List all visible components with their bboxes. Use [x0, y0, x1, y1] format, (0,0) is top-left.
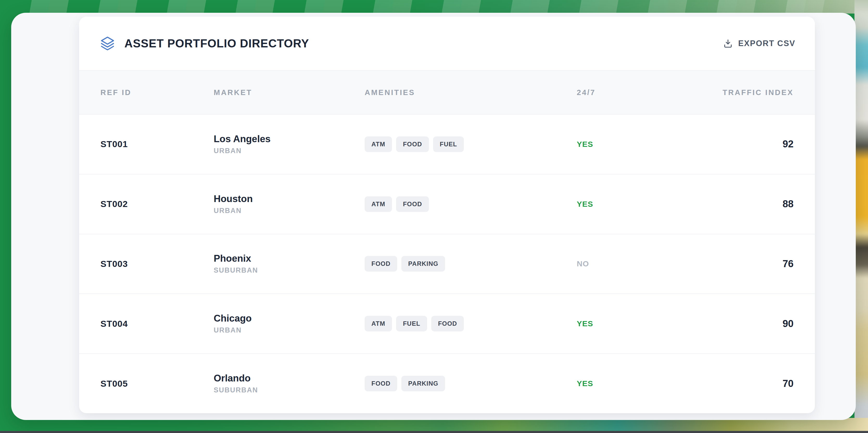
status-24-7: YES [577, 319, 704, 328]
market-cell: Houston URBAN [214, 193, 365, 215]
market-cell: Orlando SUBURBAN [214, 373, 365, 394]
ref-id-cell: ST002 [100, 199, 214, 209]
amenity-chip: FOOD [365, 376, 397, 391]
amenity-chip: ATM [365, 316, 392, 332]
backdrop-photo-right [855, 0, 868, 433]
market-cell: Phoenix SUBURBAN [214, 253, 365, 274]
status-24-7: NO [577, 259, 704, 268]
traffic-index-cell: 88 [704, 198, 794, 210]
table-body: ST001 Los Angeles URBAN ATM FOOD FUEL YE… [79, 115, 815, 413]
market-name: Chicago [214, 313, 365, 324]
table-row[interactable]: ST005 Orlando SUBURBAN FOOD PARKING YES … [79, 353, 815, 413]
traffic-index-cell: 92 [704, 138, 794, 150]
market-name: Orlando [214, 373, 365, 384]
traffic-index-cell: 76 [704, 258, 794, 270]
amenity-chip: PARKING [401, 256, 445, 272]
market-type: URBAN [214, 207, 365, 215]
table-row[interactable]: ST004 Chicago URBAN ATM FUEL FOOD YES 90 [79, 293, 815, 353]
ref-id-cell: ST003 [100, 259, 214, 269]
market-name: Houston [214, 193, 365, 205]
market-type: SUBURBAN [214, 386, 365, 394]
title-group: ASSET PORTFOLIO DIRECTORY [100, 36, 309, 51]
market-name: Los Angeles [214, 133, 365, 145]
market-type: SUBURBAN [214, 266, 365, 274]
column-header-ref-id: REF ID [100, 88, 214, 97]
status-24-7: YES [577, 200, 704, 209]
screen: ASSET PORTFOLIO DIRECTORY EXPORT CSV REF… [0, 0, 868, 433]
export-csv-label: EXPORT CSV [738, 39, 795, 48]
traffic-index-cell: 70 [704, 378, 794, 389]
column-header-traffic-index: TRAFFIC INDEX [704, 88, 794, 97]
amenity-chip: FUEL [396, 316, 427, 332]
table-row[interactable]: ST002 Houston URBAN ATM FOOD YES 88 [79, 174, 815, 234]
table-row[interactable]: ST003 Phoenix SUBURBAN FOOD PARKING NO 7… [79, 234, 815, 294]
column-header-24-7: 24/7 [577, 88, 704, 97]
ref-id-cell: ST005 [100, 379, 214, 389]
amenity-chip: ATM [365, 136, 392, 152]
amenity-chip: FOOD [396, 136, 429, 152]
market-cell: Los Angeles URBAN [214, 133, 365, 155]
market-cell: Chicago URBAN [214, 313, 365, 334]
card-header: ASSET PORTFOLIO DIRECTORY EXPORT CSV [79, 17, 815, 70]
market-name: Phoenix [214, 253, 365, 264]
layers-icon [100, 36, 115, 51]
amenities-cell: FOOD PARKING [365, 256, 577, 272]
traffic-index-cell: 90 [704, 318, 794, 329]
table-row[interactable]: ST001 Los Angeles URBAN ATM FOOD FUEL YE… [79, 115, 815, 174]
amenity-chip: ATM [365, 196, 392, 212]
amenity-chip: FUEL [433, 136, 464, 152]
amenity-chip: FOOD [365, 256, 397, 272]
amenity-chip: PARKING [401, 376, 445, 391]
export-csv-button[interactable]: EXPORT CSV [723, 38, 795, 49]
amenities-cell: ATM FUEL FOOD [365, 316, 577, 332]
amenity-chip: FOOD [431, 316, 464, 332]
market-type: URBAN [214, 147, 365, 155]
download-icon [723, 38, 733, 49]
page-title: ASSET PORTFOLIO DIRECTORY [124, 37, 309, 50]
backdrop-shelf-edge [0, 431, 868, 433]
ref-id-cell: ST004 [100, 319, 214, 329]
amenities-cell: ATM FOOD [365, 196, 577, 212]
ref-id-cell: ST001 [100, 139, 214, 149]
market-type: URBAN [214, 326, 365, 334]
amenity-chip: FOOD [396, 196, 429, 212]
column-header-market: MARKET [214, 88, 365, 97]
column-header-amenities: AMENITIES [365, 88, 577, 97]
asset-portfolio-card: ASSET PORTFOLIO DIRECTORY EXPORT CSV REF… [79, 17, 815, 413]
amenities-cell: FOOD PARKING [365, 376, 577, 391]
table-header-row: REF ID MARKET AMENITIES 24/7 TRAFFIC IND… [79, 70, 815, 115]
amenities-cell: ATM FOOD FUEL [365, 136, 577, 152]
status-24-7: YES [577, 140, 704, 149]
backdrop-photo-top [0, 0, 868, 13]
status-24-7: YES [577, 379, 704, 388]
